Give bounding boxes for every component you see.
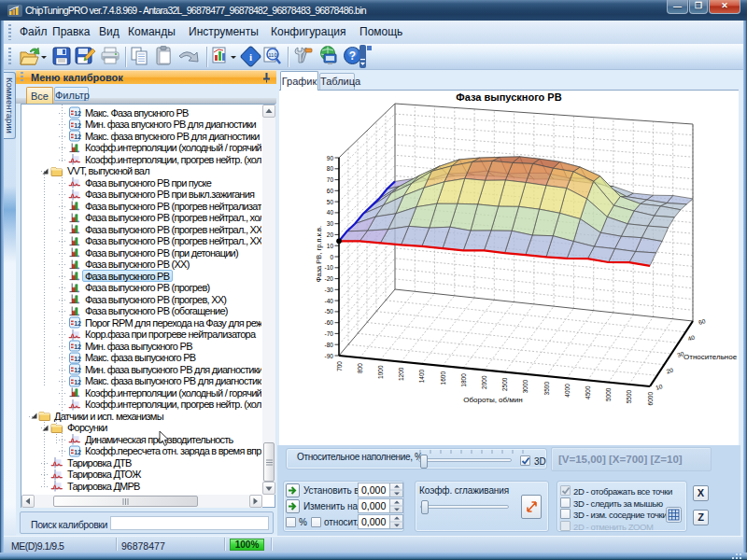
svg-text:i: i bbox=[249, 51, 252, 63]
svg-text:40: 40 bbox=[327, 209, 334, 216]
svg-text:-70: -70 bbox=[325, 330, 334, 337]
svg-text:2500: 2500 bbox=[501, 377, 508, 391]
svg-text:700: 700 bbox=[336, 361, 343, 371]
svg-text:Обороты, об/мин: Обороты, об/мин bbox=[463, 396, 522, 404]
svg-text:5000: 5000 bbox=[605, 387, 612, 401]
svg-text:50: 50 bbox=[327, 199, 334, 205]
svg-text:1400: 1400 bbox=[418, 369, 425, 383]
svg-text:1200: 1200 bbox=[398, 367, 404, 381]
svg-text:-30: -30 bbox=[325, 287, 334, 293]
svg-text:-40: -40 bbox=[325, 298, 334, 304]
svg-text:-50: -50 bbox=[325, 308, 334, 315]
svg-text:-80: -80 bbox=[325, 342, 334, 348]
svg-text:800: 800 bbox=[357, 363, 363, 373]
svg-text:4000: 4000 bbox=[564, 384, 571, 398]
svg-text:1000: 1000 bbox=[377, 365, 384, 379]
svg-text:4500: 4500 bbox=[585, 385, 591, 399]
svg-text:-20: -20 bbox=[325, 275, 334, 282]
svg-text:?: ? bbox=[349, 49, 356, 63]
svg-text:-10: -10 bbox=[325, 264, 334, 271]
svg-text:3000: 3000 bbox=[522, 379, 529, 393]
svg-text:1600: 1600 bbox=[440, 371, 446, 385]
svg-text:Фаза выпускного РВ: Фаза выпускного РВ bbox=[456, 91, 561, 103]
svg-text:2000: 2000 bbox=[481, 375, 487, 389]
svg-text:10: 10 bbox=[327, 243, 334, 249]
svg-text:3500: 3500 bbox=[543, 382, 550, 396]
svg-text:1800: 1800 bbox=[460, 373, 467, 387]
svg-text:-90: -90 bbox=[325, 353, 334, 359]
svg-text:30: 30 bbox=[327, 220, 334, 227]
svg-text:80: 80 bbox=[327, 165, 334, 172]
svg-text:70: 70 bbox=[327, 176, 334, 183]
svg-text:6000: 6000 bbox=[647, 392, 654, 406]
svg-text:0: 0 bbox=[330, 254, 333, 260]
svg-text:-60: -60 bbox=[325, 319, 334, 326]
svg-text:60: 60 bbox=[327, 188, 334, 194]
svg-text:5500: 5500 bbox=[626, 389, 632, 403]
svg-text:90: 90 bbox=[327, 155, 334, 161]
svg-text:110: 110 bbox=[268, 52, 277, 58]
svg-text:Фаза РВ, гр.п.к.в.: Фаза РВ, гр.п.к.в. bbox=[315, 226, 323, 282]
svg-text:Относительное на: Относительное на bbox=[684, 353, 739, 361]
svg-text:20: 20 bbox=[327, 231, 334, 238]
